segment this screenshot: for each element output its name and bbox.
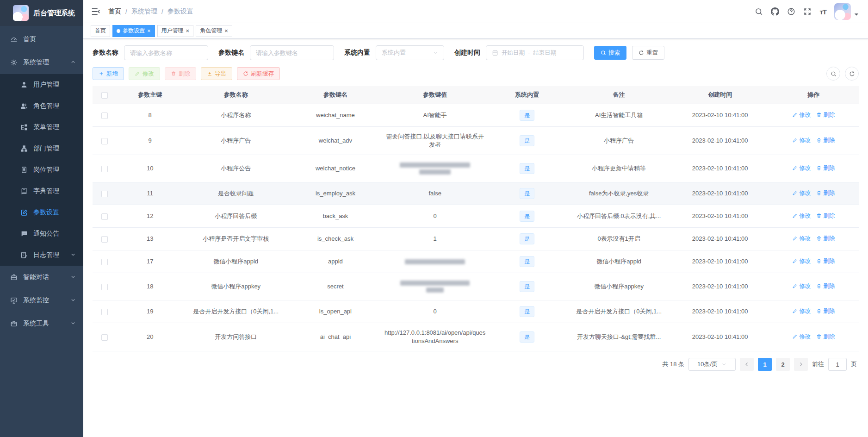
main-area: 首页 / 系统管理 / 参数设置 тT [83, 0, 868, 437]
row-edit-button[interactable]: 修改 [792, 189, 811, 197]
sidebar-item-通知公告[interactable]: 通知公告 [0, 223, 83, 244]
breadcrumb-system[interactable]: 系统管理 [131, 7, 157, 16]
cell-param-key: weichat_name [289, 104, 382, 127]
close-icon[interactable]: × [224, 28, 228, 34]
refresh-cache-button[interactable]: 刷新缓存 [237, 67, 280, 80]
sidebar-item-菜单管理[interactable]: 菜单管理 [0, 117, 83, 138]
sidebar-item-字典管理[interactable]: 字典管理 [0, 181, 83, 202]
table-mini-actions [826, 67, 859, 81]
app-logo-image [13, 5, 29, 21]
sidebar-item-用户管理[interactable]: 用户管理 [0, 74, 83, 95]
font-size-icon[interactable]: тT [819, 8, 826, 16]
trash-icon [816, 165, 822, 171]
close-icon[interactable]: × [147, 28, 151, 34]
param-name-input[interactable] [130, 50, 202, 56]
help-icon[interactable] [787, 7, 795, 16]
github-icon[interactable] [771, 7, 779, 16]
tab-home[interactable]: 首页 [91, 25, 110, 37]
row-edit-button[interactable]: 修改 [792, 307, 811, 315]
row-checkbox[interactable] [101, 112, 108, 119]
tab-label: 角色管理 [200, 27, 222, 35]
fullscreen-icon[interactable] [803, 7, 812, 16]
goto-page-input[interactable] [828, 358, 847, 371]
reset-button[interactable]: 重置 [632, 46, 664, 60]
close-icon[interactable]: × [186, 28, 190, 34]
chevron-up-icon [70, 59, 76, 66]
sidebar-item-系统监控[interactable]: 系统监控 [0, 289, 83, 312]
page-button-1[interactable]: 1 [758, 358, 772, 371]
row-edit-button[interactable]: 修改 [792, 332, 811, 341]
row-checkbox[interactable] [101, 191, 108, 197]
table-row: 12小程序回答后缀back_ask0是小程序回答后缀:0表示没有,其...202… [93, 205, 859, 228]
row-checkbox[interactable] [101, 166, 108, 172]
row-edit-button[interactable]: 修改 [792, 164, 811, 172]
row-edit-button[interactable]: 修改 [792, 136, 811, 144]
edit-button-label: 修改 [143, 70, 154, 78]
param-key-input[interactable] [256, 50, 328, 56]
row-delete-button[interactable]: 删除 [816, 234, 835, 243]
toggle-search-button[interactable] [826, 67, 840, 81]
row-checkbox[interactable] [101, 259, 108, 265]
select-all-checkbox[interactable] [101, 92, 108, 99]
sidebar-item-系统管理[interactable]: 系统管理 [0, 51, 83, 74]
row-delete-button[interactable]: 删除 [816, 189, 835, 197]
row-delete-button[interactable]: 删除 [816, 136, 835, 144]
cell-operations: 修改删除 [769, 205, 859, 228]
row-edit-button[interactable]: 修改 [792, 234, 811, 243]
hamburger-icon[interactable] [91, 6, 101, 17]
cell-param-id: 11 [117, 182, 183, 205]
row-select-cell [93, 182, 117, 205]
search-button[interactable]: 搜索 [594, 46, 626, 60]
row-delete-button[interactable]: 删除 [816, 212, 835, 220]
cell-param-id: 13 [117, 228, 183, 250]
trash-icon [816, 112, 822, 118]
row-checkbox[interactable] [101, 334, 108, 341]
row-edit-button[interactable]: 修改 [792, 257, 811, 265]
sidebar-item-首页[interactable]: 首页 [0, 28, 83, 51]
sidebar-item-系统工具[interactable]: 系统工具 [0, 312, 83, 335]
row-delete-button[interactable]: 删除 [816, 307, 835, 315]
row-delete-button[interactable]: 删除 [816, 332, 835, 341]
row-delete-button[interactable]: 删除 [816, 111, 835, 119]
delete-button[interactable]: 删除 [165, 67, 196, 80]
tab-role-management[interactable]: 角色管理 × [196, 25, 232, 37]
sidebar-item-智能对话[interactable]: 智能对话 [0, 266, 83, 289]
row-checkbox[interactable] [101, 138, 108, 144]
tab-user-management[interactable]: 用户管理 × [157, 25, 194, 37]
builtin-select[interactable]: 系统内置 [376, 45, 444, 60]
page-size-select[interactable]: 10条/页 [688, 358, 736, 371]
edit-button[interactable]: 修改 [129, 67, 160, 80]
row-delete-button[interactable]: 删除 [816, 282, 835, 290]
next-page-button[interactable] [794, 358, 808, 371]
tab-param-settings[interactable]: 参数设置 × [112, 25, 155, 37]
breadcrumb-home[interactable]: 首页 [108, 7, 121, 16]
search-icon[interactable] [755, 7, 763, 16]
refresh-table-button[interactable] [845, 67, 859, 81]
date-range-picker[interactable]: 开始日期 - 结束日期 [486, 45, 584, 60]
cell-param-name: 微信小程序appkey [183, 273, 289, 300]
row-delete-label: 删除 [823, 164, 835, 172]
row-delete-button[interactable]: 删除 [816, 257, 835, 265]
row-select-cell [93, 250, 117, 273]
row-checkbox[interactable] [101, 213, 108, 220]
page-button-2[interactable]: 2 [776, 358, 790, 371]
row-edit-button[interactable]: 修改 [792, 111, 811, 119]
prev-page-button[interactable] [740, 358, 754, 371]
row-checkbox[interactable] [101, 309, 108, 315]
sidebar-item-参数设置[interactable]: 参数设置 [0, 202, 83, 223]
row-edit-label: 修改 [799, 164, 811, 172]
row-checkbox[interactable] [101, 284, 108, 290]
app-logo[interactable]: 后台管理系统 [0, 0, 83, 26]
export-button[interactable]: 导出 [201, 67, 232, 80]
row-edit-button[interactable]: 修改 [792, 282, 811, 290]
row-delete-button[interactable]: 删除 [816, 164, 835, 172]
row-checkbox[interactable] [101, 236, 108, 243]
sidebar-item-日志管理[interactable]: 日志管理 [0, 244, 83, 266]
sidebar-item-岗位管理[interactable]: 岗位管理 [0, 159, 83, 181]
row-edit-button[interactable]: 修改 [792, 212, 811, 220]
sidebar-item-部门管理[interactable]: 部门管理 [0, 138, 83, 159]
user-menu[interactable] [834, 3, 861, 20]
sidebar-item-角色管理[interactable]: 角色管理 [0, 95, 83, 117]
add-button[interactable]: 新增 [93, 67, 124, 80]
cell-param-id: 18 [117, 273, 183, 300]
